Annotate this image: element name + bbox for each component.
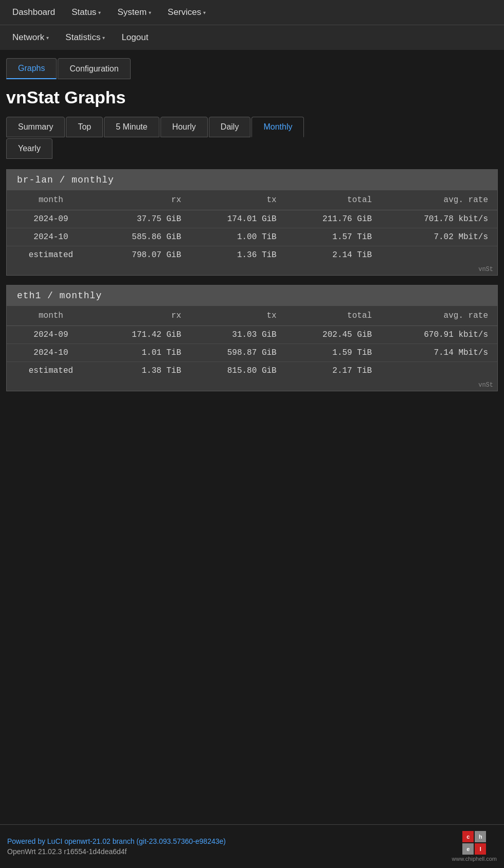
cell-tx: 598.87 GiB [190,344,285,362]
cell-month: 2024-10 [7,228,95,246]
br-lan-table-title: br-lan / monthly [7,170,497,190]
cell-estimated-rx: 798.07 GiB [95,246,190,264]
nav-status[interactable]: Status ▾ [63,0,109,25]
eth1-table: month rx tx total avg. rate 2024-09 171.… [7,306,497,379]
cell-estimated-label: estimated [7,246,95,264]
col-avgrate-br: avg. rate [381,190,497,210]
cell-estimated-tx: 815.80 GiB [190,362,285,380]
page-title: vnStat Graphs [6,87,498,107]
br-lan-table: month rx tx total avg. rate 2024-09 37.7… [7,190,497,264]
footer-line1: Powered by LuCI openwrt-21.02 branch (gi… [7,837,226,845]
graph-tabs-row2: Yearly [6,138,498,159]
table-row: 2024-09 171.42 GiB 31.03 GiB 202.45 GiB … [7,326,497,344]
footer-text: Powered by LuCI openwrt-21.02 branch (gi… [7,837,226,856]
col-avgrate-eth1: avg. rate [381,306,497,326]
cell-avgrate: 670.91 kbit/s [381,326,497,344]
services-arrow-icon: ▾ [203,10,206,15]
eth1-table-title: eth1 / monthly [7,285,497,306]
col-month-eth1: month [7,306,95,326]
nav-top: Dashboard Status ▾ System ▾ Services ▾ [0,0,504,25]
tab-hourly[interactable]: Hourly [160,117,208,137]
cell-month: 2024-09 [7,326,95,344]
table-row-estimated: estimated 1.38 TiB 815.80 GiB 2.17 TiB [7,362,497,380]
cell-estimated-total: 2.17 TiB [286,362,381,380]
graph-tabs-row1: Summary Top 5 Minute Hourly Daily Monthl… [6,117,498,137]
table-row: 2024-10 585.86 GiB 1.00 TiB 1.57 TiB 7.0… [7,228,497,246]
tab-top[interactable]: Top [66,117,103,137]
nav-network[interactable]: Network ▾ [4,25,57,50]
tab-5minute[interactable]: 5 Minute [104,117,159,137]
chiphell-cell-e: e [462,843,474,855]
brl-lan-table-container: br-lan / monthly month rx tx total avg. … [6,169,498,276]
table-row-estimated: estimated 798.07 GiB 1.36 TiB 2.14 TiB [7,246,497,264]
cell-avgrate: 7.14 Mbit/s [381,344,497,362]
cell-rx: 37.75 GiB [95,210,190,228]
tab-daily[interactable]: Daily [209,117,251,137]
system-arrow-icon: ▾ [149,10,151,15]
col-tx-br: tx [190,190,285,210]
col-total-br: total [286,190,381,210]
network-arrow-icon: ▾ [46,35,49,41]
cell-rx: 1.01 TiB [95,344,190,362]
table-row: 2024-10 1.01 TiB 598.87 GiB 1.59 TiB 7.1… [7,344,497,362]
tab-summary[interactable]: Summary [6,117,65,137]
navigation: Dashboard Status ▾ System ▾ Services ▾ N… [0,0,504,50]
cell-tx: 1.00 TiB [190,228,285,246]
cell-avgrate: 7.02 Mbit/s [381,228,497,246]
col-month-br: month [7,190,95,210]
nav-dashboard[interactable]: Dashboard [4,0,63,25]
chiphell-cell-l: l [475,843,486,855]
cell-avgrate: 701.78 kbit/s [381,210,497,228]
cell-estimated-avgrate [381,362,497,380]
statistics-arrow-icon: ▾ [102,35,105,41]
nav-bottom: Network ▾ Statistics ▾ Logout [0,25,504,50]
col-rx-br: rx [95,190,190,210]
cell-estimated-tx: 1.36 TiB [190,246,285,264]
col-rx-eth1: rx [95,306,190,326]
tab-graphs[interactable]: Graphs [6,58,57,79]
eth1-watermark: vnSt [7,379,497,391]
chiphell-logo: c h e l www.chiphell.com [452,831,497,862]
cell-month: 2024-09 [7,210,95,228]
tab-yearly[interactable]: Yearly [6,138,52,159]
cell-estimated-total: 2.14 TiB [286,246,381,264]
cell-rx: 585.86 GiB [95,228,190,246]
eth1-table-container: eth1 / monthly month rx tx total avg. ra… [6,285,498,391]
col-tx-eth1: tx [190,306,285,326]
cell-estimated-label: estimated [7,362,95,380]
cell-total: 1.57 TiB [286,228,381,246]
cell-total: 202.45 GiB [286,326,381,344]
chiphell-grid: c h e l [462,831,486,855]
tab-configuration[interactable]: Configuration [58,58,130,79]
nav-services[interactable]: Services ▾ [159,0,214,25]
footer-line2: OpenWrt 21.02.3 r16554-1d4dea6d4f [7,847,226,856]
page-tabs: Graphs Configuration [6,58,498,79]
cell-rx: 171.42 GiB [95,326,190,344]
nav-statistics[interactable]: Statistics ▾ [57,25,113,50]
br-lan-watermark: vnSt [7,264,497,275]
main-content: Graphs Configuration vnStat Graphs Summa… [0,50,504,409]
chiphell-cell-c: c [462,831,474,842]
cell-total: 1.59 TiB [286,344,381,362]
cell-tx: 31.03 GiB [190,326,285,344]
status-arrow-icon: ▾ [98,10,101,15]
table-row: 2024-09 37.75 GiB 174.01 GiB 211.76 GiB … [7,210,497,228]
cell-estimated-rx: 1.38 TiB [95,362,190,380]
chiphell-cell-h: h [475,831,486,842]
nav-logout[interactable]: Logout [113,25,156,50]
nav-system[interactable]: System ▾ [109,0,159,25]
cell-total: 211.76 GiB [286,210,381,228]
footer: Powered by LuCI openwrt-21.02 branch (gi… [0,824,504,868]
col-total-eth1: total [286,306,381,326]
cell-tx: 174.01 GiB [190,210,285,228]
cell-estimated-avgrate [381,246,497,264]
tab-monthly[interactable]: Monthly [251,117,304,137]
chiphell-url: www.chiphell.com [452,856,497,862]
cell-month: 2024-10 [7,344,95,362]
